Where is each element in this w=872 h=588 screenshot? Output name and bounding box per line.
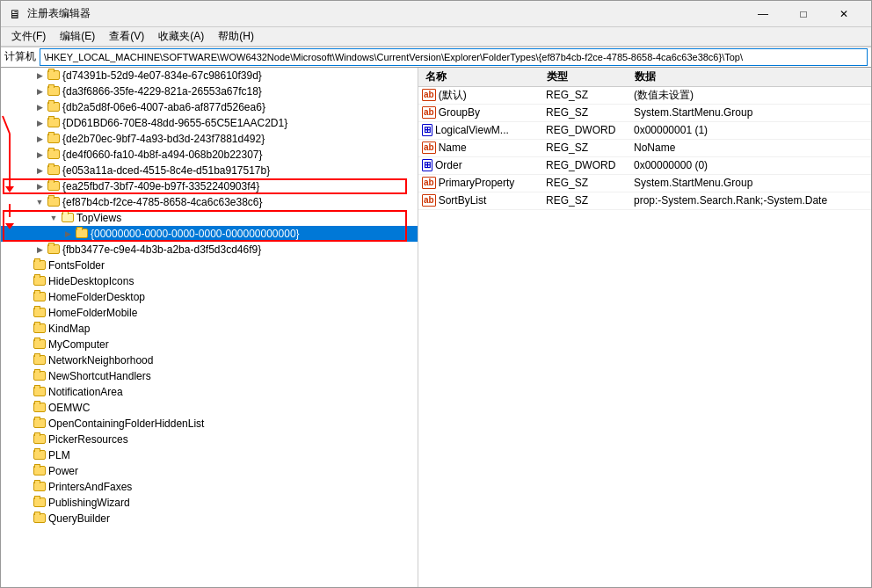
tree-item[interactable]: ▶HideDesktopIcons (1, 273, 418, 289)
tree-item[interactable]: ▶OpenContainingFolderHiddenList (1, 416, 418, 432)
menu-file[interactable]: 文件(F) (4, 27, 53, 46)
ab-icon: ab (422, 177, 436, 189)
right-table: ab(默认)REG_SZ(数值未设置)abGroupByREG_SZSystem… (418, 87, 871, 587)
folder-icon (33, 354, 47, 367)
tree-item[interactable]: ▶{d74391b-52d9-4e07-834e-67c98610f39d} (1, 68, 418, 83)
menu-edit[interactable]: 编辑(E) (53, 27, 102, 46)
folder-icon (47, 180, 61, 192)
tree-item-label: {ef87b4cb-f2ce-4785-8658-4ca6c63e38c6} (62, 196, 263, 208)
tree-item[interactable]: ▶{fbb3477e-c9e4-4b3b-a2ba-d3f5d3cd46f9} (1, 242, 418, 258)
tree-item[interactable]: ▶NewShortcutHandlers (1, 368, 418, 384)
tree-expander[interactable]: ▼ (33, 195, 47, 209)
tree-item[interactable]: ▶{00000000-0000-0000-0000-000000000000} (1, 226, 418, 242)
tree-item-label: {de4f0660-fa10-4b8f-a494-068b20b22307} (62, 149, 263, 161)
folder-icon (47, 85, 61, 98)
tree-item-label: OEMWC (48, 402, 90, 414)
right-cell-data: (数值未设置) (630, 88, 871, 103)
tree-item[interactable]: ▶OEMWC (1, 400, 418, 416)
tree-item[interactable]: ▼TopViews (1, 210, 418, 226)
tree-item[interactable]: ▶{de2b70ec-9bf7-4a93-bd3d-243f7881d492} (1, 131, 418, 147)
right-table-row[interactable]: ab(默认)REG_SZ(数值未设置) (418, 87, 871, 105)
minimize-button[interactable]: — (743, 1, 783, 27)
address-bar: 计算机 (1, 47, 871, 68)
tree-item[interactable]: ▶PickerResources (1, 432, 418, 447)
right-cell-type: REG_SZ (542, 142, 630, 154)
title-bar: 🖥 注册表编辑器 — □ ✕ (1, 1, 871, 27)
tree-item[interactable]: ▶HomeFolderMobile (1, 305, 418, 321)
tree-expander[interactable]: ▼ (47, 211, 61, 225)
right-cell-data: System.StartMenu.Group (630, 177, 871, 189)
tree-expander[interactable]: ▶ (33, 84, 47, 98)
menu-help[interactable]: 帮助(H) (211, 27, 261, 46)
col-header-type: 类型 (543, 69, 631, 84)
dword-icon: ⊞ (422, 159, 432, 171)
tree-item[interactable]: ▶{e053a11a-dced-4515-8c4e-d51ba917517b} (1, 163, 418, 178)
tree-item[interactable]: ▶NetworkNeighborhood (1, 352, 418, 368)
folder-icon (33, 402, 47, 414)
right-cell-type: REG_SZ (542, 177, 630, 189)
folder-icon (33, 291, 47, 303)
address-input[interactable] (40, 48, 868, 66)
tree-expander[interactable]: ▶ (33, 69, 47, 83)
value-name: SortByList (439, 194, 487, 207)
tree-item[interactable]: ▶NotificationArea (1, 384, 418, 400)
right-table-row[interactable]: ⊞LogicalViewM...REG_DWORD0x00000001 (1) (418, 122, 871, 140)
tree-item[interactable]: ▼{ef87b4cb-f2ce-4785-8658-4ca6c63e38c6} (1, 194, 418, 210)
tree-item[interactable]: ▶Power (1, 463, 418, 479)
right-table-row[interactable]: abPrimaryPropertyREG_SZSystem.StartMenu.… (418, 175, 871, 192)
right-table-row[interactable]: abGroupByREG_SZSystem.StartMenu.Group (418, 105, 871, 122)
tree-item[interactable]: ▶FontsFolder (1, 258, 418, 273)
value-name: (默认) (439, 88, 467, 103)
tree-item-label: {ea25fbd7-3bf7-409e-b97f-3352240903f4} (62, 180, 259, 192)
tree-expander[interactable]: ▶ (33, 100, 47, 114)
tree-expander[interactable]: ▶ (33, 132, 47, 146)
right-cell-type: REG_DWORD (542, 124, 630, 136)
tree-item[interactable]: ▶KindMap (1, 321, 418, 337)
tree-item[interactable]: ▶MyComputer (1, 337, 418, 352)
tree-item-label: Power (48, 465, 78, 477)
tree-item[interactable]: ▶QueryBuilder (1, 511, 418, 526)
value-name: Name (439, 142, 467, 154)
tree-item-label: MyComputer (48, 338, 109, 351)
folder-icon (47, 133, 61, 145)
tree-item[interactable]: ▶PublishingWizard (1, 495, 418, 511)
tree-item[interactable]: ▶{ea25fbd7-3bf7-409e-b97f-3352240903f4} (1, 178, 418, 194)
right-cell-name: abSortByList (418, 194, 542, 207)
folder-icon (33, 481, 47, 493)
right-panel: 名称 类型 数据 ab(默认)REG_SZ(数值未设置)abGroupByREG… (418, 68, 871, 587)
tree-item-label: {00000000-0000-0000-0000-000000000000} (91, 228, 300, 240)
menu-favorites[interactable]: 收藏夹(A) (151, 27, 211, 46)
tree-item[interactable]: ▶PLM (1, 447, 418, 463)
right-table-row[interactable]: ⊞OrderREG_DWORD0x00000000 (0) (418, 157, 871, 175)
close-button[interactable]: ✕ (824, 1, 864, 27)
tree-item-label: HomeFolderDesktop (48, 291, 145, 303)
right-panel-header: 名称 类型 数据 (418, 68, 871, 87)
tree-item-label: QueryBuilder (48, 512, 110, 525)
tree-expander[interactable]: ▶ (33, 116, 47, 130)
tree-expander[interactable]: ▶ (33, 163, 47, 178)
tree-item[interactable]: ▶HomeFolderDesktop (1, 289, 418, 305)
folder-icon (33, 307, 47, 319)
folder-icon (47, 243, 61, 256)
tree-expander[interactable]: ▶ (33, 179, 47, 193)
right-cell-name: ab(默认) (418, 88, 542, 103)
tree-expander[interactable]: ▶ (33, 148, 47, 162)
tree-item[interactable]: ▶{db2a5d8f-06e6-4007-aba6-af877d526ea6} (1, 99, 418, 115)
tree-item[interactable]: ▶{de4f0660-fa10-4b8f-a494-068b20b22307} (1, 147, 418, 163)
value-name: GroupBy (439, 106, 480, 119)
ab-icon: ab (422, 89, 436, 101)
menu-view[interactable]: 查看(V) (102, 27, 151, 46)
tree-item[interactable]: ▶{da3f6866-35fe-4229-821a-26553a67fc18} (1, 83, 418, 99)
tree-expander[interactable]: ▶ (61, 227, 75, 241)
maximize-button[interactable]: □ (783, 1, 824, 27)
right-table-row[interactable]: abNameREG_SZNoName (418, 140, 871, 157)
value-name: PrimaryProperty (439, 177, 515, 189)
tree-item-label: PLM (48, 449, 70, 461)
tree-item[interactable]: ▶{DD61BD66-70E8-48dd-9655-65C5E1AAC2D1} (1, 115, 418, 131)
tree-item[interactable]: ▶PrintersAndFaxes (1, 479, 418, 495)
right-table-row[interactable]: abSortByListREG_SZprop:-System.Search.Ra… (418, 192, 871, 210)
folder-icon (33, 449, 47, 461)
ab-icon: ab (422, 106, 436, 119)
folder-icon (33, 259, 47, 272)
tree-expander[interactable]: ▶ (33, 243, 47, 257)
